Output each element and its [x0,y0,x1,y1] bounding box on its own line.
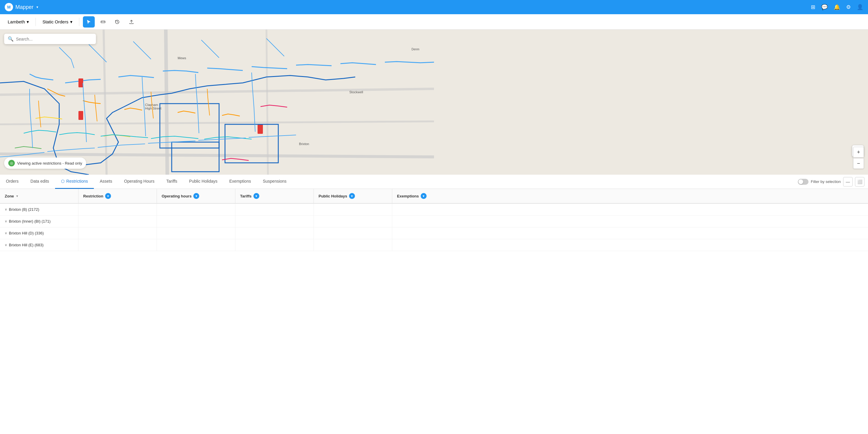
td-restriction-1 [79,216,157,227]
td-restriction-3 [79,239,157,251]
select-tool-button[interactable] [83,16,95,28]
chat-icon[interactable]: 💬 [821,4,828,10]
table-row[interactable]: ∨ Brixton Hill (D) (336) [0,227,868,239]
row-3-expand-icon[interactable]: ∨ [5,243,7,247]
zoom-in-button[interactable]: + [853,147,864,157]
col-operating-hours-label: Operating hours [162,194,191,198]
app-logo: M [5,3,13,11]
row-1-expand-icon[interactable]: ∨ [5,219,7,223]
svg-rect-13 [79,111,83,120]
table-row[interactable]: ∨ Brixton (Inner) (BI) (171) [0,216,868,227]
user-icon[interactable]: 👤 [857,4,863,10]
row-2-expand-icon[interactable]: ∨ [5,231,7,235]
viewing-badge-label: Viewing active restrictions - Read only [17,161,82,165]
app-name-chevron[interactable]: ▾ [36,5,38,9]
search-input[interactable] [16,37,92,41]
table-row[interactable]: ∨ Brixton (B) (2172) [0,204,868,216]
tab-restrictions[interactable]: ⬡ Restrictions [55,175,94,189]
tab-data-edits[interactable]: Data edits [25,175,55,189]
measure-tool-button[interactable] [97,16,109,28]
map-search-box[interactable]: 🔍 [4,34,96,44]
order-type-chevron-icon: ▾ [70,19,72,25]
svg-rect-14 [257,124,263,134]
topbar: M Mapper ▾ ⊞ 💬 🔔 ⚙ 👤 [0,0,868,14]
toggle-track[interactable] [798,179,808,185]
td-operating-hours-0 [157,204,235,215]
td-exemptions-1 [392,216,868,227]
bell-icon[interactable]: 🔔 [834,4,840,10]
col-restriction-filter-icon[interactable]: ▼ [105,193,111,199]
history-tool-button[interactable] [111,16,123,28]
area-name: Lambeth [8,19,25,24]
minimize-button[interactable]: — [843,177,852,187]
tab-public-holidays[interactable]: Public Holidays [183,175,223,189]
expand-button[interactable]: ⬜ [855,177,864,187]
viewing-badge-icon: ◎ [8,160,15,166]
td-tariffs-2 [235,227,314,239]
app-name: Mapper [16,4,33,10]
table-header: Zone ▼ Restriction ▼ Operating hours ▼ T… [0,189,868,204]
tab-assets[interactable]: Assets [94,175,118,189]
td-public-holidays-2 [314,227,392,239]
svg-text:High Street: High Street [145,106,161,110]
tabs-left: Orders Data edits ⬡ Restrictions Assets … [0,175,794,189]
zoom-out-button[interactable]: − [853,158,864,169]
tab-tariffs[interactable]: Tariffs [160,175,183,189]
tab-suspensions[interactable]: Suspensions [257,175,292,189]
td-zone-0: ∨ Brixton (B) (2172) [0,204,79,215]
col-zone: Zone ▼ [0,189,79,203]
tab-exemptions[interactable]: Exemptions [223,175,257,189]
tab-orders[interactable]: Orders [0,175,25,189]
td-zone-2: ∨ Brixton Hill (D) (336) [0,227,79,239]
order-type-selector[interactable]: Static Orders ▾ [39,18,75,26]
table-row[interactable]: ∨ Brixton Hill (E) (683) [0,239,868,251]
grid-icon[interactable]: ⊞ [811,4,815,10]
map-roads-svg: Clapham High Street Stockwell Brixton Me… [0,30,868,175]
td-tariffs-0 [235,204,314,215]
td-tariffs-3 [235,239,314,251]
search-icon: 🔍 [8,36,13,42]
col-operating-hours: Operating hours ▼ [157,189,235,203]
bottom-section: Orders Data edits ⬡ Restrictions Assets … [0,175,868,434]
svg-text:Brixton: Brixton [299,142,309,146]
td-public-holidays-3 [314,239,392,251]
col-exemptions-filter-icon[interactable]: ▼ [421,193,427,199]
toolbar-divider-1 [35,18,36,26]
tabs-row: Orders Data edits ⬡ Restrictions Assets … [0,175,868,189]
svg-text:Denm: Denm [411,48,420,51]
tab-operating-hours[interactable]: Operating Hours [118,175,160,189]
table-area: Zone ▼ Restriction ▼ Operating hours ▼ T… [0,189,868,434]
row-2-zone: Brixton Hill (D) (336) [9,231,44,235]
map-container[interactable]: Clapham High Street Stockwell Brixton Me… [0,30,868,175]
col-zone-sort-icon[interactable]: ▼ [16,194,19,198]
col-zone-label: Zone [5,194,14,198]
col-exemptions-label: Exemptions [397,194,419,198]
col-public-holidays: Public Holidays ▼ [314,189,392,203]
row-1-zone: Brixton (Inner) (BI) (171) [9,219,51,223]
area-chevron-icon: ▾ [27,19,29,25]
order-type-name: Static Orders [42,19,68,24]
svg-rect-5 [0,30,868,175]
tabs-right: Filter by selection — ⬜ [794,177,868,187]
col-tariffs: Tariffs ▼ [235,189,314,203]
col-restriction-label: Restriction [83,194,103,198]
td-tariffs-1 [235,216,314,227]
td-exemptions-2 [392,227,868,239]
col-operating-hours-filter-icon[interactable]: ▼ [193,193,199,199]
svg-rect-12 [79,79,83,87]
td-operating-hours-1 [157,216,235,227]
td-restriction-0 [79,204,157,215]
filter-by-selection-toggle[interactable]: Filter by selection [798,179,841,185]
area-selector[interactable]: Lambeth ▾ [5,18,32,26]
td-zone-1: ∨ Brixton (Inner) (BI) (171) [0,216,79,227]
topbar-left: M Mapper ▾ [5,3,38,11]
export-tool-button[interactable] [126,16,137,28]
settings-icon[interactable]: ⚙ [846,4,851,10]
row-0-zone: Brixton (B) (2172) [9,207,39,212]
row-3-zone: Brixton Hill (E) (683) [9,243,43,247]
filter-by-selection-label: Filter by selection [811,179,841,184]
col-tariffs-filter-icon[interactable]: ▼ [253,193,259,199]
col-public-holidays-filter-icon[interactable]: ▼ [349,193,355,199]
row-0-expand-icon[interactable]: ∨ [5,208,7,211]
viewing-badge: ◎ Viewing active restrictions - Read onl… [4,157,86,169]
